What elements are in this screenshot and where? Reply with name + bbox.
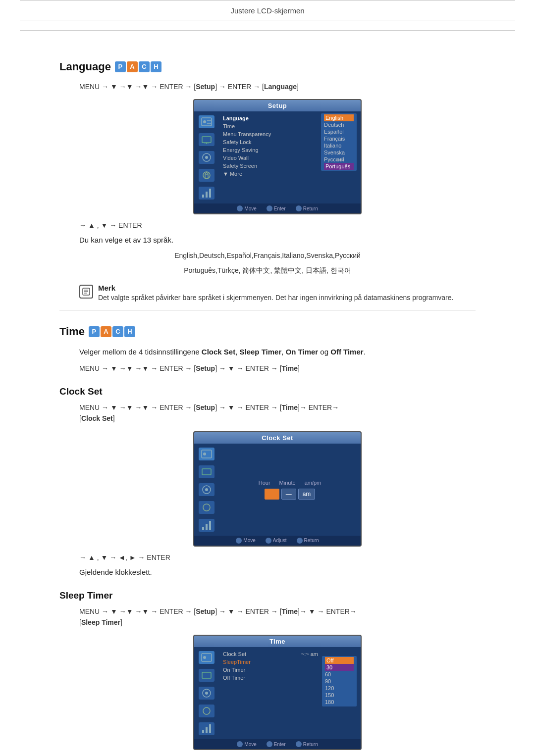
sidebar-icon-1 (199, 115, 214, 128)
sleep-timer-menu-path: MENU → ▼ →▼ →▼ → ENTER → [Setup] → ▼ → E… (79, 606, 476, 628)
lang-svenska: Svenska (324, 149, 354, 156)
badge-h: H (151, 61, 161, 72)
time-badge-p: P (89, 326, 100, 337)
clock-label-hour: Hour (259, 480, 270, 486)
note-label: Merk (98, 284, 453, 292)
language-screen-title: Setup (194, 100, 361, 111)
badge-c: C (139, 61, 150, 72)
menu-item-energysaving: Energy Saving (223, 146, 317, 154)
sleep-submenu-list: Off 30 60 90 120 150 180 (322, 656, 357, 706)
clockset-screen-title: Clock Set (194, 432, 361, 444)
clock-labels: Hour Minute am/pm (259, 480, 321, 486)
cs-footer-adjust-label: Adjust (273, 538, 287, 543)
menu-item-time: Time (223, 122, 317, 130)
svg-point-1 (203, 120, 206, 123)
section-divider-1 (59, 310, 476, 310)
svg-rect-34 (206, 727, 208, 733)
language-body-text: Du kan velge et av 13 språk. (79, 234, 476, 246)
svg-point-19 (203, 453, 206, 455)
sleep-screen-title: Time (194, 636, 361, 647)
clockset-menu-path: MENU → ▼ →▼ →▼ → ENTER → [Setup] → ▼ → E… (79, 402, 476, 424)
sleep-item-sleeptimer: SleepTimer (223, 658, 318, 666)
menu-item-language: Language (223, 114, 317, 122)
language-menu-path: MENU → ▼ →▼ →▼ → ENTER → [Setup] → ENTER… (79, 81, 476, 92)
cs-footer-move-label: Move (243, 538, 255, 543)
cs-footer-move-icon (236, 538, 242, 544)
language-submenu: English Deutsch Español Français Italian… (321, 111, 361, 203)
screen-sidebar (194, 111, 219, 203)
clockset-screen-footer: Move Adjust Return (194, 536, 361, 546)
note-text: Det valgte språket påvirker bare språket… (98, 292, 453, 303)
clockset-screen: Clock Set (79, 431, 476, 547)
sl-footer-enter: Enter (267, 741, 286, 747)
sl-footer-return-label: Return (303, 742, 318, 747)
sleep-180: 180 (325, 699, 354, 706)
sl-sidebar-icon-3 (199, 687, 214, 700)
svg-rect-12 (206, 192, 208, 198)
footer-move-icon (237, 205, 243, 211)
cs-footer-adjust: Adjust (266, 538, 287, 544)
sidebar-icon-2 (199, 133, 214, 146)
badge-p: P (115, 61, 126, 72)
cs-sidebar-icon-1 (199, 448, 214, 460)
sl-footer-move-label: Move (244, 742, 256, 747)
lang-russian: Русский (324, 156, 354, 163)
language-submenu-list: English Deutsch Español Français Italian… (321, 113, 357, 171)
clock-content: Hour Minute am/pm — am (219, 444, 361, 536)
svg-rect-10 (205, 175, 208, 178)
clockset-heading: Clock Set (59, 386, 476, 397)
svg-rect-24 (202, 527, 204, 530)
sleep-screen-footer: Move Enter Return (194, 739, 361, 749)
clock-minute: — (281, 489, 296, 500)
sl-sidebar-icon-5 (199, 722, 214, 735)
sleep-submenu-container: Off 30 60 90 120 150 180 (322, 647, 361, 739)
svg-point-31 (205, 692, 208, 695)
sleep-timer-screen: Time (79, 635, 476, 750)
lang-espanol: Español (324, 128, 354, 135)
footer-move-label: Move (244, 206, 256, 211)
time-body-text: Velger mellom de 4 tidsinnstillingene Cl… (79, 346, 476, 358)
sl-footer-return: Return (296, 741, 318, 747)
language-screen-footer: Move Enter Return (194, 203, 361, 213)
note-icon (79, 285, 93, 299)
clock-label-minute: Minute (279, 480, 296, 486)
clock-hour (265, 489, 279, 500)
time-badge-h: H (124, 326, 135, 337)
sleep-off: Off (325, 657, 354, 664)
sleep-menu-content: Clock Set ~:~ am SleepTimer On Timer Off… (219, 647, 322, 739)
sl-footer-enter-icon (267, 741, 272, 747)
clock-label-ampm: am/pm (305, 480, 321, 486)
menu-item-transparency: Menu Transparency (223, 130, 317, 138)
cs-footer-move: Move (236, 538, 255, 544)
language-nav-hint: → ▲ , ▼ → ENTER (79, 221, 476, 229)
lang-deutsch: Deutsch (324, 121, 354, 128)
svg-point-28 (203, 656, 206, 659)
sleep-sidebar (194, 647, 219, 739)
cs-footer-return-label: Return (304, 538, 319, 543)
language-badges: P A C H (115, 61, 161, 72)
sleep-120: 120 (325, 685, 354, 692)
footer-return-icon (296, 205, 302, 211)
sl-sidebar-icon-2 (199, 669, 214, 682)
sl-footer-move-icon (237, 741, 243, 747)
lang-english: English (324, 114, 354, 121)
menu-item-more: ▼ More (223, 170, 317, 178)
svg-rect-4 (202, 137, 211, 143)
footer-enter-icon (267, 205, 272, 211)
sl-footer-enter-label: Enter (274, 742, 286, 747)
time-badge-a: A (101, 326, 111, 337)
cs-footer-return: Return (297, 538, 319, 544)
cs-footer-adjust-icon (266, 538, 271, 544)
svg-point-32 (203, 707, 210, 714)
clock-ampm: am (298, 489, 316, 500)
screen-menu-content: Language Time Menu Transparency Safety L… (219, 111, 321, 203)
svg-rect-25 (206, 524, 208, 530)
time-badge-c: C (112, 326, 123, 337)
svg-point-23 (203, 504, 210, 511)
sleep-150: 150 (325, 692, 354, 699)
clockset-body-text: Gjeldende klokkeslett. (79, 566, 476, 578)
clockset-nav-hint: → ▲ , ▼ → ◄, ► → ENTER (79, 554, 476, 561)
sleep-item-clockset: Clock Set ~:~ am (223, 650, 318, 658)
sl-sidebar-icon-1 (199, 651, 214, 664)
footer-return: Return (296, 205, 318, 211)
